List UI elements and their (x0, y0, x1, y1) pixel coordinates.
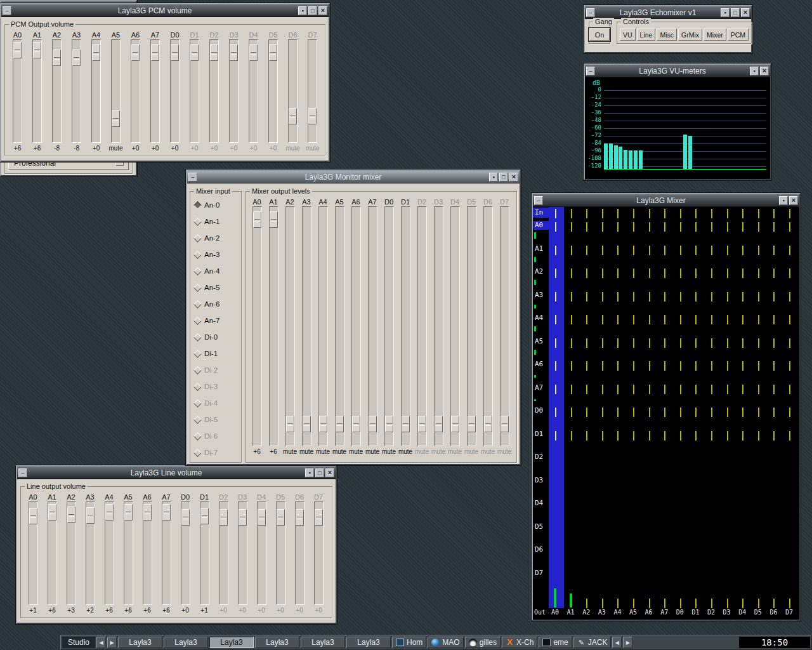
volume-slider-track[interactable] (29, 501, 38, 605)
mixer-row-d5[interactable]: D5 (534, 522, 549, 531)
mixer-row-a3[interactable]: A3 (534, 291, 549, 300)
volume-slider-track[interactable] (52, 39, 62, 143)
volume-slider-track[interactable] (170, 39, 180, 143)
titlebar[interactable]: – Layla3G Mixer ▪ × (533, 194, 799, 207)
mixer-row-d3[interactable]: D3 (534, 476, 549, 485)
volume-slider-track[interactable] (285, 206, 295, 446)
volume-slider-thumb[interactable] (72, 50, 81, 66)
volume-slider-thumb[interactable] (277, 509, 285, 526)
mixer-row-a7[interactable]: A7 (534, 383, 549, 392)
mixer-row-d2[interactable]: D2 (534, 453, 549, 461)
volume-slider-thumb[interactable] (13, 42, 22, 58)
mixer-col-a6[interactable]: A6 (645, 609, 653, 616)
volume-slider-track[interactable] (318, 206, 328, 446)
volume-slider-thumb[interactable] (162, 504, 171, 521)
volume-slider-thumb[interactable] (269, 44, 277, 61)
maximize-button[interactable]: □ (308, 6, 317, 15)
volume-slider-thumb[interactable] (484, 416, 492, 432)
mixer-col-a2[interactable]: A2 (582, 609, 590, 616)
taskbar-window-button[interactable]: Layla3 (209, 637, 254, 648)
volume-slider-thumb[interactable] (48, 504, 56, 521)
mixer-col-d2[interactable]: D2 (707, 609, 715, 616)
volume-slider-track[interactable] (181, 501, 190, 605)
mixer-input-di-4[interactable]: Di-4 (192, 395, 240, 411)
volume-slider-track[interactable] (268, 39, 278, 143)
taskbar-app-jack[interactable]: ✎JACK (573, 637, 612, 648)
close-button[interactable]: × (325, 468, 334, 477)
gang-on-button[interactable]: On (589, 29, 610, 41)
volume-slider-track[interactable] (131, 39, 140, 143)
volume-slider-track[interactable] (276, 501, 285, 605)
mixer-col-a1[interactable]: A1 (567, 609, 575, 616)
volume-slider-thumb[interactable] (143, 504, 152, 521)
volume-slider-track[interactable] (105, 501, 114, 605)
volume-slider-thumb[interactable] (303, 416, 311, 432)
controls-button-vu[interactable]: VU (620, 29, 636, 41)
mixer-col-d3[interactable]: D3 (723, 609, 731, 616)
controls-button-line[interactable]: Line (637, 29, 656, 41)
volume-slider-track[interactable] (483, 206, 493, 446)
mixer-input-an-6[interactable]: An-6 (192, 296, 240, 312)
volume-slider-thumb[interactable] (286, 416, 294, 432)
volume-slider-track[interactable] (190, 39, 199, 143)
minimize-button[interactable]: ▪ (750, 67, 759, 76)
mixer-col-d4[interactable]: D4 (738, 609, 746, 616)
volume-slider-track[interactable] (302, 206, 311, 446)
volume-slider-thumb[interactable] (131, 44, 140, 61)
mixer-input-an-2[interactable]: An-2 (192, 230, 240, 246)
volume-slider-track[interactable] (351, 206, 361, 446)
volume-slider-thumb[interactable] (435, 416, 443, 432)
mixer-col-a3[interactable]: A3 (598, 609, 606, 616)
volume-slider-track[interactable] (91, 39, 101, 143)
volume-slider-track[interactable] (48, 501, 57, 605)
window-menu-icon[interactable]: – (188, 173, 197, 182)
volume-slider-thumb[interactable] (501, 416, 509, 432)
taskbar-app-mao[interactable]: MAO (428, 637, 463, 648)
minimize-button[interactable]: ▪ (489, 173, 498, 182)
mixer-col-a0[interactable]: A0 (551, 609, 559, 616)
mixer-col-d6[interactable]: D6 (769, 609, 777, 616)
mixer-col-a7[interactable]: A7 (660, 609, 668, 616)
volume-slider-thumb[interactable] (181, 509, 190, 526)
maximize-button[interactable]: □ (315, 468, 324, 477)
mixer-input-di-0[interactable]: Di-0 (192, 329, 240, 345)
volume-slider-track[interactable] (384, 206, 394, 446)
volume-slider-thumb[interactable] (151, 44, 159, 61)
mixer-col-a4[interactable]: A4 (613, 609, 621, 616)
close-button[interactable]: × (741, 8, 750, 17)
volume-slider-thumb[interactable] (352, 416, 360, 432)
volume-slider-track[interactable] (500, 206, 509, 446)
volume-slider-track[interactable] (162, 501, 171, 605)
mixer-input-an-5[interactable]: An-5 (192, 279, 240, 296)
pager-right-arrow[interactable]: ▶ (107, 637, 117, 648)
volume-slider-thumb[interactable] (402, 416, 410, 432)
volume-slider-thumb[interactable] (53, 50, 61, 66)
volume-slider-track[interactable] (32, 39, 42, 143)
mixer-input-an-1[interactable]: An-1 (192, 213, 240, 230)
selected-output-column[interactable] (549, 207, 564, 608)
mixer-input-di-6[interactable]: Di-6 (192, 428, 240, 444)
volume-slider-thumb[interactable] (308, 108, 317, 124)
taskbar-window-button[interactable]: Layla3 (255, 637, 299, 648)
mixer-col-d0[interactable]: D0 (676, 609, 684, 616)
mixer-row-a6[interactable]: A6 (534, 360, 549, 369)
volume-slider-track[interactable] (249, 39, 258, 143)
volume-slider-thumb[interactable] (112, 110, 120, 127)
volume-slider-track[interactable] (308, 39, 317, 143)
volume-slider-track[interactable] (200, 501, 209, 605)
tasklist-right-arrow[interactable]: ▶ (623, 637, 632, 648)
volume-slider-track[interactable] (257, 501, 266, 605)
tasklist-left-arrow[interactable]: ◀ (612, 637, 622, 648)
volume-slider-thumb[interactable] (296, 509, 304, 526)
volume-slider-thumb[interactable] (124, 504, 133, 521)
volume-slider-thumb[interactable] (385, 416, 393, 432)
mixer-row-a4[interactable]: A4 (534, 314, 549, 322)
volume-slider-track[interactable] (67, 501, 76, 605)
volume-slider-track[interactable] (150, 39, 160, 143)
window-menu-icon[interactable]: – (534, 196, 543, 205)
taskbar-window-button[interactable]: Layla3 (118, 637, 162, 648)
volume-slider-thumb[interactable] (230, 44, 238, 61)
titlebar[interactable]: – Layla3G Monitor mixer ▪ □ × (187, 171, 520, 183)
close-button[interactable]: × (318, 6, 327, 15)
mixer-row-d0[interactable]: D0 (534, 406, 549, 415)
